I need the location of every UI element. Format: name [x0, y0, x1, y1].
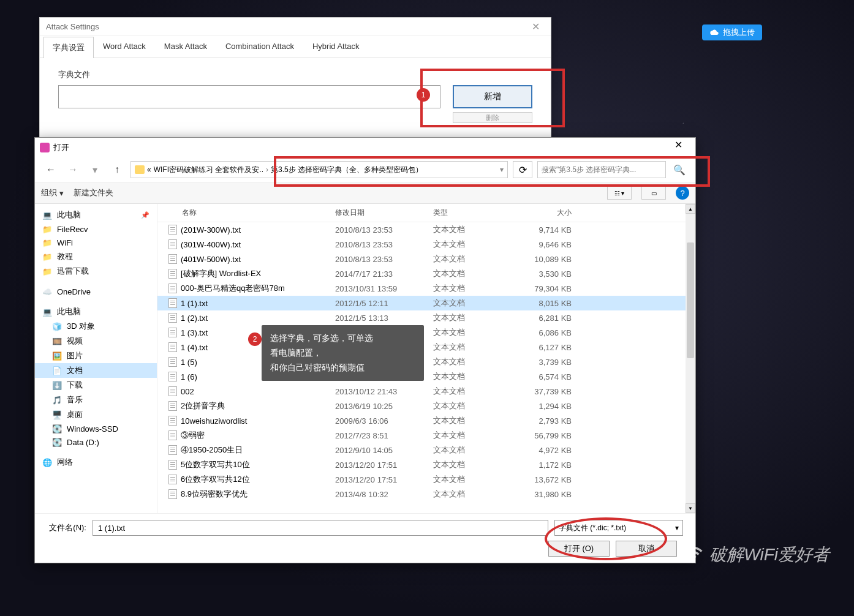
document-icon — [168, 416, 177, 426]
sidebar-thispc-item[interactable]: 💽Data (D:) — [35, 435, 157, 449]
document-icon — [168, 284, 177, 293]
close-icon[interactable]: ✕ — [666, 139, 690, 156]
sidebar-thispc-item[interactable]: 🖼️图片 — [35, 348, 157, 363]
up-button[interactable]: ↑ — [108, 161, 126, 178]
file-row[interactable]: 10weishuziwordlist2009/6/3 16:06文本文档2,79… — [157, 413, 686, 428]
open-titlebar[interactable]: 打开 ✕ — [35, 138, 695, 157]
document-icon — [168, 475, 177, 484]
col-size[interactable]: 大小 — [519, 208, 580, 218]
sidebar-quick-item[interactable]: 📁FileRecv — [35, 222, 157, 236]
folder-icon: 📁 — [42, 238, 52, 247]
filename-input[interactable] — [93, 520, 548, 536]
document-icon — [168, 357, 177, 367]
document-icon — [168, 342, 177, 352]
sidebar: 💻此电脑📌📁FileRecv📁WiFi📁教程📁迅雷下载 ☁️OneDrive 💻… — [35, 204, 157, 513]
document-icon — [168, 372, 177, 381]
refresh-button[interactable]: ⟳ — [513, 161, 532, 178]
chevron-down-icon: ▾ — [675, 524, 679, 532]
sidebar-quick-item[interactable]: 💻此电脑📌 — [35, 208, 157, 222]
sidebar-onedrive[interactable]: ☁️OneDrive — [35, 285, 157, 298]
open-file-dialog: 打开 ✕ ← → ▾ ↑ « WIFI密码破解练习 全套软件及安.. › 第3.… — [34, 137, 696, 563]
item-icon: ⬇️ — [52, 380, 62, 390]
file-row[interactable]: 8.9位弱密数字优先2013/4/8 10:32文本文档31,980 KB — [157, 487, 686, 501]
forward-button[interactable]: → — [64, 161, 81, 178]
sidebar-quick-item[interactable]: 📁迅雷下载 — [35, 264, 157, 279]
scroll-down-button[interactable]: ▼ — [686, 503, 695, 513]
file-row[interactable]: 1 (1).txt2012/1/5 12:11文本文档8,015 KB — [157, 296, 686, 310]
sidebar-thispc[interactable]: 💻此电脑 — [35, 304, 157, 319]
tab-word[interactable]: Word Attack — [94, 36, 155, 58]
sidebar-network[interactable]: 🌐网络 — [35, 455, 157, 470]
document-icon — [168, 254, 177, 264]
sidebar-thispc-item[interactable]: 💽Windows-SSD — [35, 422, 157, 435]
file-row[interactable]: (301W-400W).txt2010/8/13 23:53文本文档9,646 … — [157, 237, 686, 252]
cancel-button[interactable]: 取消 — [616, 541, 677, 557]
computer-icon: 💻 — [42, 307, 52, 317]
back-button[interactable]: ← — [42, 161, 59, 178]
tab-dict[interactable]: 字典设置 — [43, 37, 94, 58]
file-row[interactable]: 1 (2).txt2012/1/5 13:13文本文档6,281 KB — [157, 310, 686, 325]
sidebar-thispc-item[interactable]: 🎵音乐 — [35, 393, 157, 407]
upload-label: 拖拽上传 — [723, 27, 755, 38]
scroll-thumb[interactable] — [687, 242, 694, 358]
dict-file-input[interactable] — [58, 85, 440, 108]
tab-combination[interactable]: Combination Attack — [216, 36, 303, 58]
folder-icon — [135, 165, 145, 174]
item-icon: 💽 — [52, 424, 62, 434]
tab-mask[interactable]: Mask Attack — [155, 36, 216, 58]
file-row[interactable]: 0022013/10/12 21:43文本文档37,739 KB — [157, 384, 686, 399]
file-row[interactable]: 2位拼音字典2013/6/19 10:25文本文档1,294 KB — [157, 399, 686, 413]
sidebar-quick-item[interactable]: 📁WiFi — [35, 236, 157, 249]
path-bar[interactable]: « WIFI密码破解练习 全套软件及安.. › 第3.5步 选择密码字典（全、多… — [130, 161, 508, 178]
toolbar: 组织 ▾ 新建文件夹 ☷ ▾ ▭ ? — [35, 182, 695, 204]
search-input[interactable] — [542, 165, 662, 174]
sidebar-thispc-item[interactable]: 🧊3D 对象 — [35, 319, 157, 334]
sidebar-thispc-item[interactable]: 📄文档 — [35, 363, 157, 378]
search-box[interactable] — [537, 161, 666, 178]
col-name[interactable]: 名称 — [157, 208, 335, 218]
path-crumb-2[interactable]: 第3.5步 选择密码字典（全、多种类型密码包） — [271, 165, 423, 175]
tab-hybrid[interactable]: Hybrid Attack — [303, 36, 369, 58]
attack-titlebar[interactable]: Attack Settings ✕ — [40, 18, 551, 36]
preview-pane-button[interactable]: ▭ — [641, 186, 666, 200]
sidebar-quick-item[interactable]: 📁教程 — [35, 249, 157, 264]
sidebar-thispc-item[interactable]: 🎞️视频 — [35, 334, 157, 348]
scroll-up-button[interactable]: ▲ — [686, 204, 695, 214]
file-row[interactable]: 000-奥巴马精选qq老密码78m2013/10/31 13:59文本文档79,… — [157, 281, 686, 296]
close-icon[interactable]: ✕ — [526, 21, 545, 32]
help-button[interactable]: ? — [676, 186, 689, 200]
document-icon — [168, 489, 177, 499]
file-row[interactable]: 5位数字双写共10位2013/12/20 17:51文本文档1,172 KB — [157, 457, 686, 472]
sidebar-thispc-item[interactable]: ⬇️下载 — [35, 378, 157, 393]
view-mode-button[interactable]: ☷ ▾ — [607, 186, 632, 200]
pin-icon: 📌 — [141, 211, 149, 219]
organize-button[interactable]: 组织 ▾ — [41, 187, 64, 198]
file-row[interactable]: (201W-300W).txt2010/8/13 23:53文本文档9,714 … — [157, 222, 686, 237]
col-type[interactable]: 类型 — [433, 208, 519, 218]
path-crumb-0: « — [147, 165, 151, 174]
new-folder-button[interactable]: 新建文件夹 — [74, 187, 113, 198]
file-row[interactable]: ③弱密2012/7/23 8:51文本文档56,799 KB — [157, 428, 686, 443]
document-icon — [168, 460, 177, 470]
document-icon — [168, 445, 177, 455]
col-date[interactable]: 修改日期 — [335, 208, 433, 218]
file-row[interactable]: [破解字典] Wordlist-EX2014/7/17 21:33文本文档3,5… — [157, 266, 686, 281]
recent-dropdown[interactable]: ▾ — [86, 161, 104, 178]
upload-badge[interactable]: 拖拽上传 — [702, 24, 762, 40]
path-crumb-1[interactable]: WIFI密码破解练习 全套软件及安.. — [154, 165, 263, 175]
open-button[interactable]: 打开 (O) — [548, 541, 610, 557]
bottom-row: 文件名(N): 字典文件 (*.dic; *.txt)▾ 打开 (O) 取消 — [35, 513, 695, 563]
chevron-down-icon[interactable]: ▾ — [500, 165, 504, 174]
file-row[interactable]: 6位数字双写共12位2013/12/20 17:51文本文档13,672 KB — [157, 472, 686, 487]
scrollbar[interactable]: ▲ ▼ — [686, 204, 695, 513]
document-icon — [168, 328, 177, 337]
file-row[interactable]: (401W-500W).txt2010/8/13 23:53文本文档10,089… — [157, 252, 686, 266]
file-row[interactable]: ④1950-2050生日2012/9/10 14:05文本文档4,972 KB — [157, 443, 686, 457]
filename-label: 文件名(N): — [47, 522, 86, 533]
search-icon[interactable]: 🔍 — [671, 161, 688, 178]
scroll-track[interactable] — [686, 214, 695, 503]
filetype-dropdown[interactable]: 字典文件 (*.dic; *.txt)▾ — [554, 520, 683, 536]
item-icon: 🖥️ — [52, 410, 62, 419]
folder-icon: 📁 — [42, 252, 52, 261]
sidebar-thispc-item[interactable]: 🖥️桌面 — [35, 407, 157, 422]
